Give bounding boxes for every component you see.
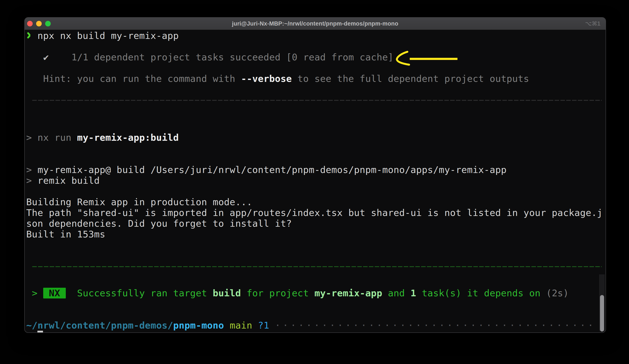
terminal-text: to see the full dependent project output… <box>292 73 529 84</box>
terminal-row <box>26 41 606 52</box>
terminal-window: juri@Juri-Nx-MBP:~/nrwl/content/pnpm-dem… <box>24 17 606 333</box>
hint-line: Hint: you can run the command with --ver… <box>26 73 606 84</box>
terminal-text: task(s) it depends on <box>416 288 546 298</box>
nx-badge: NX <box>43 288 66 298</box>
build-output-line: Building Remix app in production mode... <box>26 197 606 207</box>
terminal-text: son dependencies. Did you forget to inst… <box>26 218 292 229</box>
terminal-text: 1/1 dependent project tasks succeeded [0… <box>49 52 394 63</box>
terminal-text: Successfully ran target <box>66 288 213 298</box>
terminal-text: ········································… <box>275 320 596 331</box>
terminal-text <box>32 331 37 333</box>
terminal-row <box>26 143 606 154</box>
terminal-text: and <box>382 288 410 298</box>
tab-shortcut-label: ⌥⌘1 <box>585 18 600 30</box>
tasks-succeeded-line: ✔ 1/1 dependent project tasks succeeded … <box>26 52 606 63</box>
command-line: npx nx build my-remix-app <box>26 30 606 41</box>
build-warning-line: The path "shared-ui" is imported in app/… <box>26 207 606 218</box>
terminal-text: my-remix-app@ build /Users/juri/nrwl/con… <box>38 164 507 175</box>
terminal-row <box>26 121 606 132</box>
scrollbar-thumb[interactable] <box>600 295 604 332</box>
remix-build-line: > remix build <box>26 175 606 186</box>
terminal-text: Hint: you can run the command with <box>26 73 241 84</box>
terminal-text: 1 <box>411 288 416 298</box>
prompt-line <box>26 331 606 333</box>
prompt-chevron-icon <box>26 331 32 333</box>
prompt-chevron-icon <box>26 30 32 41</box>
terminal-text: (2s) <box>546 288 569 298</box>
terminal-row <box>26 309 606 320</box>
window-titlebar[interactable]: juri@Juri-Nx-MBP:~/nrwl/content/pnpm-dem… <box>25 18 606 30</box>
terminal-text: npx nx build my-remix-app <box>32 30 179 41</box>
terminal-row <box>26 277 606 288</box>
terminal-row <box>26 186 606 197</box>
terminal-row <box>26 298 606 309</box>
terminal-text: my-remix-app <box>314 288 382 298</box>
terminal-row <box>26 111 606 121</box>
nx-success-line: > NX Successfully ran target build for p… <box>26 288 606 298</box>
checkmark-icon: ✔ <box>43 52 49 63</box>
terminal-text <box>26 52 43 63</box>
terminal-text <box>269 320 275 331</box>
terminal-text: The path "shared-ui" is imported in app/… <box>26 207 603 218</box>
dashed-divider <box>32 100 602 101</box>
terminal-row <box>26 63 606 73</box>
terminal-output[interactable]: npx nx build my-remix-app ✔ 1/1 dependen… <box>25 30 606 332</box>
terminal-text <box>224 320 230 331</box>
terminal-text: Building Remix app in production mode... <box>26 197 252 207</box>
terminal-row <box>26 250 606 261</box>
green-dashed-divider <box>26 266 606 277</box>
terminal-text: Built in 153ms <box>26 229 105 240</box>
terminal-row <box>26 154 606 164</box>
dashed-divider <box>26 100 606 111</box>
terminal-text: --verbose <box>241 73 292 84</box>
terminal-text: > <box>26 288 43 298</box>
terminal-text: build <box>213 288 241 298</box>
npm-script-line: > my-remix-app@ build /Users/juri/nrwl/c… <box>26 164 606 175</box>
terminal-text: > <box>26 164 38 175</box>
prompt-path-line: ~/nrwl/content/pnpm-demos/pnpm-mono main… <box>26 320 606 331</box>
terminal-text: > nx run <box>26 132 77 143</box>
git-status: ?1 <box>258 320 269 331</box>
terminal-text: > <box>26 175 38 186</box>
terminal-text: my-remix-app:build <box>77 132 179 143</box>
terminal-row <box>26 84 606 95</box>
terminal-text: remix build <box>38 175 100 186</box>
window-title: juri@Juri-Nx-MBP:~/nrwl/content/pnpm-dem… <box>25 18 606 30</box>
build-time-line: Built in 153ms <box>26 229 606 240</box>
terminal-text: pnpm-mono <box>173 320 224 331</box>
terminal-text <box>252 320 258 331</box>
build-warning-line-wrap: son dependencies. Did you forget to inst… <box>26 218 606 229</box>
nx-run-line: > nx run my-remix-app:build <box>26 132 606 143</box>
green-dashed-divider <box>32 266 602 267</box>
terminal-text: ~/nrwl/content/pnpm-demos/ <box>26 320 173 331</box>
terminal-row <box>26 240 606 250</box>
terminal-cursor <box>37 331 43 333</box>
screenshot-stage: juri@Juri-Nx-MBP:~/nrwl/content/pnpm-dem… <box>0 0 629 364</box>
terminal-text: for project <box>241 288 314 298</box>
git-branch: main <box>230 320 252 331</box>
